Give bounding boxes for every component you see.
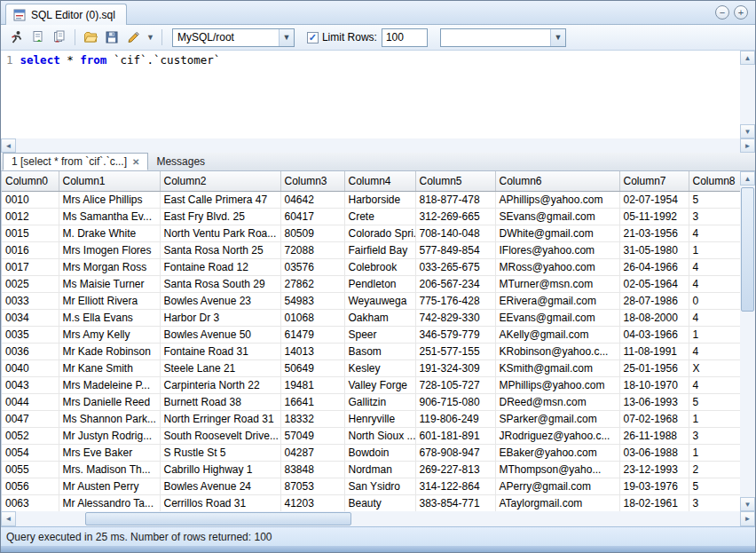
run-sql-button[interactable] xyxy=(6,28,28,47)
grid-cell[interactable]: 0055 xyxy=(2,461,59,478)
grid-cell[interactable]: Speer xyxy=(344,326,415,343)
grid-cell[interactable]: Gallitzin xyxy=(344,393,415,410)
grid-cell[interactable]: 41203 xyxy=(280,494,344,511)
grid-cell[interactable]: Mr Austen Perry xyxy=(59,478,160,494)
grid-cell[interactable]: MRoss@yahoo.com xyxy=(495,258,619,275)
grid-cell[interactable]: East Calle Primera 47 xyxy=(160,191,280,208)
grid-cell[interactable]: Mr Alessandro Ta... xyxy=(59,494,160,511)
horizontal-scroll-thumb[interactable] xyxy=(85,512,351,525)
sql-history-button[interactable] xyxy=(49,28,70,47)
editor-horizontal-scrollbar[interactable]: ◄ ► xyxy=(1,138,755,153)
grid-cell[interactable]: 0063 xyxy=(2,494,59,511)
grid-cell[interactable]: 728-105-727 xyxy=(415,376,495,393)
grid-cell[interactable]: 0056 xyxy=(2,478,59,494)
grid-cell[interactable]: San Ysidro xyxy=(344,478,415,494)
grid-cell[interactable]: APhillips@yahoo.com xyxy=(495,191,619,208)
grid-cell[interactable]: 18-02-1961 xyxy=(619,494,689,511)
limit-rows-checkbox[interactable]: ✓ xyxy=(307,32,319,43)
grid-cell[interactable]: Harborside xyxy=(344,191,415,208)
grid-cell[interactable]: X xyxy=(689,359,740,376)
grid-cell[interactable]: 206-567-234 xyxy=(415,275,495,292)
grid-cell[interactable]: 3 xyxy=(689,208,740,225)
grid-cell[interactable]: 0034 xyxy=(2,309,59,326)
grid-cell[interactable]: 60417 xyxy=(280,208,344,225)
grid-cell[interactable]: Carpinteria North 22 xyxy=(160,376,280,393)
grid-cell[interactable]: 314-122-864 xyxy=(415,478,495,494)
grid-cell[interactable]: Mrs Imogen Flores xyxy=(59,241,160,258)
vertical-scroll-thumb[interactable] xyxy=(741,187,754,312)
grid-cell[interactable]: 04642 xyxy=(280,191,344,208)
grid-cell[interactable]: Colebrook xyxy=(344,258,415,275)
grid-cell[interactable]: AKelly@gmail.com xyxy=(495,326,619,343)
grid-cell[interactable]: 25-01-1956 xyxy=(619,359,689,376)
grid-cell[interactable]: 0047 xyxy=(2,410,59,427)
table-row[interactable]: 0040Mr Kane SmithSteele Lane 2150649Kesl… xyxy=(2,359,740,376)
grid-cell[interactable]: Henryville xyxy=(344,410,415,427)
scroll-down-icon[interactable]: ▼ xyxy=(740,124,755,138)
grid-cell[interactable]: 02-07-1954 xyxy=(619,191,689,208)
table-row[interactable]: 0017Mrs Morgan RossFontaine Road 1203576… xyxy=(2,258,740,275)
grid-cell[interactable]: 191-324-309 xyxy=(415,359,495,376)
run-statement-button[interactable] xyxy=(28,28,49,47)
grid-cell[interactable]: 18-08-2000 xyxy=(619,309,689,326)
grid-cell[interactable]: Mr Elliott Rivera xyxy=(59,292,160,309)
grid-cell[interactable]: 033-265-675 xyxy=(415,258,495,275)
grid-cell[interactable]: 775-176-428 xyxy=(415,292,495,309)
grid-cell[interactable]: 0054 xyxy=(2,444,59,461)
grid-cell[interactable]: Mrs Danielle Reed xyxy=(59,393,160,410)
grid-cell[interactable]: 5 xyxy=(689,478,740,494)
column-header[interactable]: Column1 xyxy=(59,171,160,191)
grid-cell[interactable]: 26-04-1966 xyxy=(619,258,689,275)
grid-cell[interactable]: 27862 xyxy=(280,275,344,292)
grid-cell[interactable]: 14013 xyxy=(280,343,344,359)
grid-cell[interactable]: 31-05-1980 xyxy=(619,241,689,258)
grid-cell[interactable]: Mr Justyn Rodrig... xyxy=(59,427,160,444)
table-row[interactable]: 0044Mrs Danielle ReedBurnett Road 381664… xyxy=(2,393,740,410)
grid-cell[interactable]: 1 xyxy=(689,326,740,343)
grid-cell[interactable]: MTurner@msn.com xyxy=(495,275,619,292)
grid-cell[interactable]: 0010 xyxy=(2,191,59,208)
grid-cell[interactable]: Kesley xyxy=(344,359,415,376)
grid-cell[interactable]: 05-11-1992 xyxy=(619,208,689,225)
grid-cell[interactable]: 0017 xyxy=(2,258,59,275)
grid-cell[interactable]: 4 xyxy=(689,343,740,359)
grid-cell[interactable]: Pendleton xyxy=(344,275,415,292)
table-row[interactable]: 0034M.s Ella EvansHarbor Dr 301068Oakham… xyxy=(2,309,740,326)
grid-cell[interactable]: 50649 xyxy=(280,359,344,376)
column-header[interactable]: Column7 xyxy=(619,171,689,191)
grid-cell[interactable]: 1 xyxy=(689,410,740,427)
grid-cell[interactable]: 02-05-1964 xyxy=(619,275,689,292)
grid-cell[interactable]: Bowles Avenue 24 xyxy=(160,478,280,494)
grid-cell[interactable]: 312-269-665 xyxy=(415,208,495,225)
grid-cell[interactable]: 21-03-1956 xyxy=(619,225,689,241)
scroll-up-icon[interactable]: ▲ xyxy=(740,171,755,186)
scroll-right-icon[interactable]: ► xyxy=(740,138,755,153)
grid-cell[interactable]: Mrs Amy Kelly xyxy=(59,326,160,343)
grid-cell[interactable]: Cabrillo Highway 1 xyxy=(160,461,280,478)
grid-cell[interactable]: 57049 xyxy=(280,427,344,444)
grid-cell[interactable]: 61479 xyxy=(280,326,344,343)
table-row[interactable]: 0015M. Drake WhiteNorth Ventu Park Roa..… xyxy=(2,225,740,241)
table-row[interactable]: 0016Mrs Imogen FloresSanta Rosa North 25… xyxy=(2,241,740,258)
grid-cell[interactable]: Basom xyxy=(344,343,415,359)
grid-cell[interactable]: 04-03-1966 xyxy=(619,326,689,343)
table-row[interactable]: 0010Mrs Alice PhillipsEast Calle Primera… xyxy=(2,191,740,208)
table-row[interactable]: 0036Mr Kade RobinsonFontaine Road 311401… xyxy=(2,343,740,359)
grid-cell[interactable]: MThompson@yaho... xyxy=(495,461,619,478)
grid-cell[interactable]: 0012 xyxy=(2,208,59,225)
scroll-left-icon[interactable]: ◄ xyxy=(1,138,16,153)
grid-cell[interactable]: EBaker@yahoo.com xyxy=(495,444,619,461)
grid-cell[interactable]: Fairfield Bay xyxy=(344,241,415,258)
grid-cell[interactable]: SParker@gmail.com xyxy=(495,410,619,427)
grid-cell[interactable]: 4 xyxy=(689,258,740,275)
grid-cell[interactable]: 26-11-1988 xyxy=(619,427,689,444)
grid-cell[interactable]: 13-06-1993 xyxy=(619,393,689,410)
grid-cell[interactable]: 383-854-771 xyxy=(415,494,495,511)
editor-vertical-scrollbar[interactable]: ▲ ▼ xyxy=(740,51,755,138)
grid-cell[interactable]: 0033 xyxy=(2,292,59,309)
grid-cell[interactable]: Santa Rosa North 25 xyxy=(160,241,280,258)
grid-cell[interactable]: Bowles Avenue 50 xyxy=(160,326,280,343)
table-row[interactable]: 0047Ms Shannon Park...North Erringer Roa… xyxy=(2,410,740,427)
table-row[interactable]: 0056Mr Austen PerryBowles Avenue 2487053… xyxy=(2,478,740,494)
secondary-select[interactable]: ▼ xyxy=(440,28,566,47)
